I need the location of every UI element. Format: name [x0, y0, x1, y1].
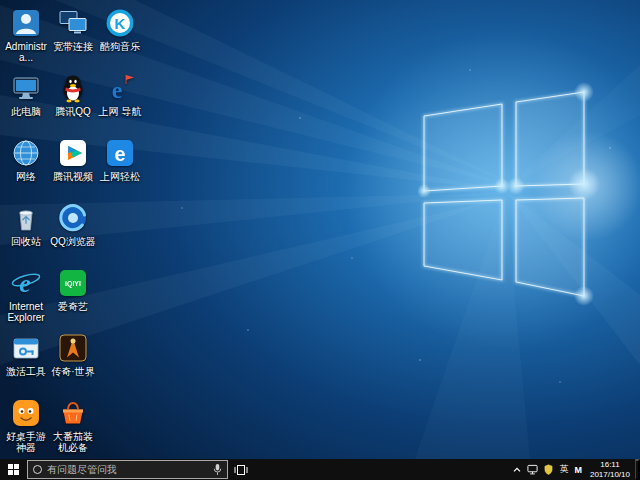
this-pc-icon [10, 72, 42, 104]
activation-icon [10, 332, 42, 364]
desktop: Administra...宽带连接K酷狗音乐此电脑腾讯QQe上网 导航网络腾讯视… [0, 0, 640, 480]
icon-label: 此电脑 [3, 106, 49, 117]
microphone-icon[interactable] [213, 463, 222, 476]
icon-label: 腾讯QQ [50, 106, 96, 117]
svg-text:e: e [112, 77, 123, 103]
desktop-icon-ie[interactable]: eInternet Explorer [3, 267, 49, 323]
desktop-icon-administrator[interactable]: Administra... [3, 7, 49, 63]
desktop-icon-broadband[interactable]: 宽带连接 [50, 7, 96, 52]
tencent-qq-icon [57, 72, 89, 104]
clock-date: 2017/10/10 [590, 470, 630, 480]
desktop-icon-this-pc[interactable]: 此电脑 [3, 72, 49, 117]
game-helper-icon [10, 397, 42, 429]
icon-label: 传奇·世界 [50, 366, 96, 377]
desktop-icon-activation[interactable]: 激活工具 [3, 332, 49, 377]
desktop-icon-legend[interactable]: 传奇·世界 [50, 332, 96, 377]
desktop-icon-qq-browser[interactable]: QQ浏览器 [50, 202, 96, 247]
desktop-icon-grid: Administra...宽带连接K酷狗音乐此电脑腾讯QQe上网 导航网络腾讯视… [0, 0, 150, 459]
network-icon [527, 464, 538, 475]
icon-label: 网络 [3, 171, 49, 182]
desktop-icon-network[interactable]: 网络 [3, 137, 49, 182]
taskbar: 有问题尽管问我 [0, 459, 640, 480]
icon-label: 宽带连接 [50, 41, 96, 52]
icon-label: 腾讯视频 [50, 171, 96, 182]
qq-browser-icon [57, 202, 89, 234]
icon-label: 回收站 [3, 236, 49, 247]
search-box[interactable]: 有问题尽管问我 [27, 460, 228, 479]
security-tray-button[interactable] [541, 459, 556, 480]
desktop-icon-recycle-bin[interactable]: 回收站 [3, 202, 49, 247]
system-tray: 英 M 16:11 2017/10/10 [510, 459, 640, 480]
chevron-up-icon [513, 466, 521, 474]
desktop-icon-iqiyi[interactable]: iQIYI爱奇艺 [50, 267, 96, 312]
icon-label: 激活工具 [3, 366, 49, 377]
recycle-bin-icon [10, 202, 42, 234]
network-tray-button[interactable] [524, 459, 541, 480]
svg-text:e: e [114, 143, 125, 165]
clock[interactable]: 16:11 2017/10/10 [585, 460, 635, 479]
easy-e-icon: e [104, 137, 136, 169]
desktop-icon-nav-e[interactable]: e上网 导航 [97, 72, 143, 117]
svg-text:K: K [115, 15, 126, 32]
icon-label: Administra... [3, 41, 49, 63]
ie-icon: e [10, 267, 42, 299]
task-view-button[interactable] [228, 459, 254, 480]
network-icon [10, 137, 42, 169]
icon-label: 上网 导航 [97, 106, 143, 117]
administrator-icon [10, 7, 42, 39]
ime-label: 英 [559, 463, 568, 476]
desktop-icon-kugou[interactable]: K酷狗音乐 [97, 7, 143, 52]
ime-indicator[interactable]: 英 [556, 459, 571, 480]
desktop-icon-tencent-video[interactable]: 腾讯视频 [50, 137, 96, 182]
task-view-icon [234, 464, 248, 476]
icon-label: Internet Explorer [3, 301, 49, 323]
windows-logo-icon [8, 464, 19, 475]
icon-label: 爱奇艺 [50, 301, 96, 312]
start-button[interactable] [0, 459, 27, 480]
icon-label: QQ浏览器 [50, 236, 96, 247]
broadband-icon [57, 7, 89, 39]
input-method-badge[interactable]: M [571, 459, 585, 480]
clock-time: 16:11 [600, 460, 619, 470]
input-badge-label: M [574, 465, 582, 475]
security-shield-icon [544, 464, 553, 475]
desktop-icon-game-helper[interactable]: 好桌手游神器 [3, 397, 49, 453]
tencent-video-icon [57, 137, 89, 169]
iqiyi-icon: iQIYI [57, 267, 89, 299]
desktop-icon-tomato[interactable]: 大番茄装机必备 [50, 397, 96, 453]
search-placeholder-text: 有问题尽管问我 [47, 463, 208, 477]
svg-text:iQIYI: iQIYI [65, 280, 81, 288]
show-desktop-button[interactable] [635, 459, 640, 480]
icon-label: 上网轻松 [97, 171, 143, 182]
hidden-icons-chevron[interactable] [510, 459, 524, 480]
nav-e-icon: e [104, 72, 136, 104]
desktop-icon-easy-e[interactable]: e上网轻松 [97, 137, 143, 182]
icon-label: 酷狗音乐 [97, 41, 143, 52]
legend-icon [57, 332, 89, 364]
icon-label: 好桌手游神器 [3, 431, 49, 453]
kugou-icon: K [104, 7, 136, 39]
desktop-icon-tencent-qq[interactable]: 腾讯QQ [50, 72, 96, 117]
icon-label: 大番茄装机必备 [50, 431, 96, 453]
cortana-icon [33, 465, 42, 474]
tomato-icon [57, 397, 89, 429]
